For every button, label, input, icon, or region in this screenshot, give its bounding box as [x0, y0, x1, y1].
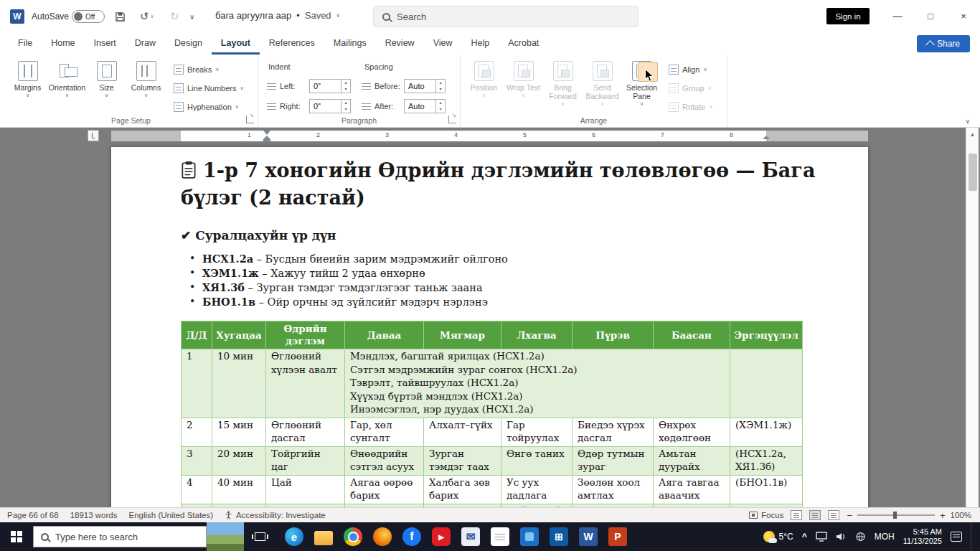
- table-cell[interactable]: 2: [182, 418, 212, 446]
- save-button[interactable]: [115, 9, 126, 24]
- column-header[interactable]: Даваа: [345, 321, 424, 349]
- table-cell[interactable]: Өдөр тутмын зураг: [573, 446, 654, 475]
- start-button[interactable]: [0, 522, 33, 551]
- results-heading[interactable]: ✔ Суралцахуйн үр дүн: [181, 228, 816, 242]
- network-icon[interactable]: [855, 532, 866, 542]
- table-cell[interactable]: 20 мин: [212, 446, 266, 475]
- word-app-icon[interactable]: W: [10, 9, 24, 24]
- word-icon[interactable]: [579, 527, 598, 546]
- table-cell[interactable]: Аягаа өөрөө барих: [345, 475, 424, 504]
- outcome-item[interactable]: ХЯ1.3б – Зурган тэмдэг тэмдэглэгээг тань…: [202, 281, 816, 295]
- undo-button[interactable]: ↺ ∨: [140, 9, 154, 24]
- tab-design[interactable]: Design: [165, 32, 212, 55]
- table-cell[interactable]: Амьтан дуурайх: [654, 446, 730, 475]
- right-input[interactable]: 0"▴▾: [309, 99, 351, 113]
- input-language[interactable]: MOH: [875, 532, 895, 542]
- zoom-in-button[interactable]: +: [940, 510, 946, 521]
- zoom-slider[interactable]: [857, 514, 935, 516]
- table-cell[interactable]: Ус уух дадлага: [501, 475, 573, 504]
- table-cell[interactable]: Өнхрөх хөдөлгөөн: [654, 418, 730, 446]
- accessibility-status[interactable]: Accessibility: Investigate: [225, 511, 326, 519]
- scroll-up-icon[interactable]: ▲: [966, 128, 979, 141]
- column-header[interactable]: Д/Д: [182, 321, 212, 349]
- size-button[interactable]: Size∨: [88, 58, 126, 116]
- vertical-scrollbar[interactable]: ▲: [966, 128, 979, 507]
- edge-icon[interactable]: [285, 527, 303, 546]
- table-cell[interactable]: Өглөөний хүлээн авалт: [266, 349, 345, 418]
- tab-insert[interactable]: Insert: [85, 32, 126, 55]
- after-input[interactable]: Auto▴▾: [404, 99, 446, 113]
- column-header[interactable]: Баасан: [654, 321, 730, 349]
- table-cell[interactable]: Зурган тэмдэг таах: [424, 446, 501, 475]
- right-indent-marker[interactable]: [763, 136, 770, 139]
- table-cell[interactable]: 1: [182, 349, 212, 418]
- zoom-slider-thumb[interactable]: [893, 512, 897, 519]
- table-cell[interactable]: (ХЭМ1.1ж): [730, 418, 803, 446]
- columns-button[interactable]: Columns∨: [127, 58, 165, 116]
- table-cell[interactable]: Өнөөдрийн сэтгэл асуух: [345, 446, 424, 475]
- document-page[interactable]: 1-р 7 хоногийн Өдрийн дэглэмийн төлөвлөг…: [111, 147, 868, 507]
- volume-icon[interactable]: [836, 532, 847, 542]
- collapse-ribbon-icon[interactable]: ∨: [965, 118, 970, 125]
- table-cell[interactable]: Өглөөний дасгал: [266, 418, 345, 446]
- table-cell[interactable]: [730, 349, 803, 418]
- table-cell[interactable]: Зөөлөн хоол амтлах: [573, 475, 654, 504]
- show-desktop-button[interactable]: [971, 522, 974, 551]
- outcome-item[interactable]: ХЭМ1.1ж – Хажуу тийш 2 удаа өнхөрнө: [202, 266, 816, 281]
- table-cell[interactable]: (НСХ1.2а, ХЯ1.3б): [730, 446, 803, 475]
- table-cell[interactable]: Өнгө таних: [501, 446, 573, 475]
- table-cell-merged[interactable]: Мэндлэх, багштай ярилцах (НСХ1.2а)Сэтгэл…: [345, 349, 730, 418]
- tray-expand-button[interactable]: ^: [802, 532, 807, 542]
- taskbar-search[interactable]: Type here to search: [33, 526, 207, 547]
- weather-widget[interactable]: 5°C: [763, 531, 793, 542]
- tab-references[interactable]: References: [260, 32, 324, 55]
- language-indicator[interactable]: English (United States): [128, 511, 213, 519]
- tab-view[interactable]: View: [424, 32, 462, 55]
- spinner[interactable]: ▴▾: [435, 80, 445, 93]
- table-cell[interactable]: 3: [182, 446, 212, 475]
- tab-home[interactable]: Home: [42, 32, 84, 55]
- table-cell[interactable]: Тойргийн цаг: [266, 446, 345, 475]
- tab-acrobat[interactable]: Acrobat: [499, 32, 548, 55]
- table-cell[interactable]: (БНО1.1в): [730, 475, 803, 504]
- table-cell[interactable]: 40 мин: [212, 475, 266, 504]
- spinner[interactable]: ▴▾: [435, 100, 445, 113]
- read-mode-icon[interactable]: [791, 510, 802, 520]
- left-input[interactable]: 0"▴▾: [309, 79, 351, 93]
- column-header[interactable]: Эргэцүүлэл: [730, 321, 803, 349]
- display-icon[interactable]: [816, 532, 827, 542]
- scrollbar-thumb[interactable]: [969, 154, 977, 191]
- redo-button[interactable]: ↻: [170, 9, 179, 24]
- titlebar-search[interactable]: Search: [373, 6, 639, 27]
- orientation-button[interactable]: Orientation∨: [48, 58, 86, 116]
- table-cell[interactable]: 15 мин: [212, 418, 266, 446]
- store-icon[interactable]: [550, 527, 568, 546]
- tab-file[interactable]: File: [9, 32, 42, 55]
- zoom-out-button[interactable]: −: [847, 510, 852, 521]
- table-cell[interactable]: 10 мин: [212, 349, 266, 418]
- column-header[interactable]: Лхагва: [501, 321, 573, 349]
- column-header[interactable]: Хугацаа: [212, 321, 266, 349]
- tab-mailings[interactable]: Mailings: [324, 32, 376, 55]
- hyphenation-button[interactable]: Hyphenation∨: [174, 98, 244, 115]
- first-line-indent-marker[interactable]: [263, 131, 270, 135]
- powerpoint-icon[interactable]: [608, 527, 627, 546]
- left-indent-marker[interactable]: [263, 139, 270, 141]
- tab-draw[interactable]: Draw: [126, 32, 165, 55]
- outcome-item[interactable]: НСХ1.2а – Бусдын биеийн зарим мэдрэмжийг…: [202, 252, 816, 266]
- word-count[interactable]: 18913 words: [70, 511, 118, 519]
- document-title[interactable]: бага аргуулга аар • Saved ∨: [215, 10, 340, 21]
- task-view-button[interactable]: [244, 522, 275, 551]
- zoom-level[interactable]: 100%: [951, 511, 971, 519]
- document-icon[interactable]: [491, 527, 509, 546]
- line-numbers-button[interactable]: Line Numbers∨: [174, 80, 244, 96]
- mail-icon[interactable]: [461, 527, 480, 546]
- maximize-button[interactable]: □: [914, 0, 947, 32]
- table-cell[interactable]: Гар тойруулах: [501, 418, 573, 446]
- ruler-band[interactable]: 12345678: [111, 131, 868, 141]
- share-button[interactable]: Share: [917, 35, 970, 52]
- table-cell[interactable]: 4: [182, 475, 212, 504]
- clock[interactable]: 5:45 AM 11/13/2025: [903, 527, 942, 546]
- tab-layout[interactable]: Layout: [212, 32, 260, 55]
- tab-review[interactable]: Review: [376, 32, 424, 55]
